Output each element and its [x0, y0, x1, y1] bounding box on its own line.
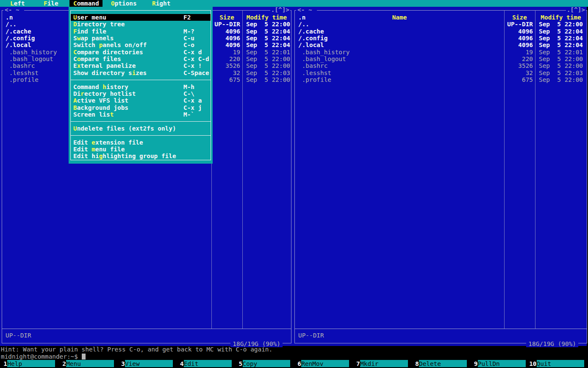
- label-post: ompare directories: [77, 49, 143, 56]
- menu-item-label: Undelete files (ext2fs only): [73, 125, 176, 132]
- shell-prompt-line[interactable]: midnight@commander:~$: [1, 353, 86, 360]
- fkey-button-7[interactable]: 7Mkdir: [353, 360, 412, 368]
- column-header-size[interactable]: Size: [211, 14, 242, 21]
- menubar-item-file[interactable]: File: [44, 0, 58, 7]
- menu-item-directory-tree[interactable]: Directory tree: [71, 21, 211, 28]
- label-post: ternal panelize: [80, 62, 136, 69]
- file-row[interactable]: /.local4096Sep 5 22:04: [295, 42, 587, 48]
- menu-item-undelete-files-ext2fs-only-[interactable]: Undelete files (ext2fs only): [71, 125, 211, 132]
- menu-item-shortcut: C-x C-d: [183, 56, 209, 62]
- menu-item-shortcut: C-x j: [183, 104, 202, 111]
- menu-item-edit-highlighting-group-file[interactable]: Edit highlighting group file: [71, 153, 211, 159]
- menu-item-find-file[interactable]: Find fileM-?: [71, 28, 211, 35]
- fkey-button-3[interactable]: 3View: [118, 360, 177, 368]
- file-row[interactable]: /.config4096Sep 5 22:04: [295, 35, 587, 42]
- column-header-mtime[interactable]: Modify time: [242, 14, 291, 21]
- menu-item-directory-hotlist[interactable]: Directory hotlistC-\: [71, 90, 211, 97]
- hotkey-letter: B: [73, 104, 77, 111]
- label-post: enu file: [95, 146, 125, 153]
- fkey-button-8[interactable]: 8Delete: [412, 360, 471, 368]
- file-row[interactable]: .bashrc3526Sep 5 22:00: [295, 62, 587, 69]
- menu-item-shortcut: C-x d: [183, 49, 202, 56]
- fkey-number: 10: [529, 360, 536, 368]
- hotkey-letter: O: [111, 0, 115, 7]
- menu-item-compare-files[interactable]: Compare filesC-x C-d: [71, 56, 211, 62]
- menu-item-switch-panels-on-off[interactable]: Switch panels on/offC-o: [71, 42, 211, 48]
- label-post: mpare files: [80, 56, 121, 62]
- menu-item-shortcut: C-x a: [183, 97, 202, 104]
- label-post: ile: [47, 0, 58, 7]
- file-mtime: Sep 5 22:04: [246, 42, 290, 48]
- file-size: 4096: [504, 42, 533, 48]
- file-row[interactable]: .profile675Sep 5 22:00: [295, 76, 587, 83]
- menu-item-swap-panels[interactable]: Swap panelsC-u: [71, 35, 211, 42]
- menu-item-label: Background jobs: [73, 104, 128, 111]
- file-name: .bash_history: [6, 49, 57, 56]
- label-post: ser menu: [77, 14, 106, 21]
- file-mtime: Sep 5 22:03: [539, 70, 583, 76]
- label-post: zes: [136, 70, 147, 76]
- file-row[interactable]: .bash_logout220Sep 5 22:00: [295, 56, 587, 62]
- shell-prompt[interactable]: midnight@commander:~$: [1, 353, 78, 360]
- menu-bar: LeftFileCommandOptionsRight: [0, 0, 588, 7]
- hotkey-letter: e: [92, 139, 95, 146]
- fkey-button-5[interactable]: 5Copy: [235, 360, 294, 368]
- menu-item-active-vfs-list[interactable]: Active VFS listC-x a: [71, 97, 211, 104]
- column-header-mtime[interactable]: Modify time: [535, 14, 587, 21]
- file-mtime: Sep 5 22:04: [539, 42, 583, 48]
- file-name: .profile: [6, 76, 39, 83]
- file-row[interactable]: /.cache4096Sep 5 22:04: [295, 28, 587, 35]
- fkey-button-6[interactable]: 6RenMov: [294, 360, 353, 368]
- menu-item-user-menu[interactable]: User menuF2: [71, 14, 211, 21]
- menu-item-background-jobs[interactable]: Background jobsC-x j: [71, 104, 211, 111]
- column-header-size[interactable]: Size: [504, 14, 535, 21]
- fkey-button-10[interactable]: 10Quit: [529, 360, 588, 368]
- panel-path-bar[interactable]: <- ~: [3, 6, 24, 13]
- file-row[interactable]: .bash_history19Sep 5 22:01: [295, 49, 587, 56]
- menu-item-command-history[interactable]: Command historyM-h: [71, 84, 211, 90]
- file-row[interactable]: /..UP--DIRSep 5 22:00: [295, 21, 587, 28]
- file-mtime: Sep 5 22:04: [246, 28, 290, 35]
- menu-item-show-directory-sizes[interactable]: Show directory sizesC-Space: [71, 70, 211, 76]
- hotkey-letter: U: [73, 14, 77, 21]
- label-post: ackground jobs: [77, 104, 128, 111]
- fkey-button-9[interactable]: 9PullDn: [470, 360, 529, 368]
- file-mtime: Sep 5 22:00: [246, 56, 290, 62]
- label-post: ndelete files (ext2fs only): [77, 125, 176, 132]
- panel-top-buttons[interactable]: .[^]>: [566, 6, 586, 13]
- file-name: /..: [6, 21, 17, 28]
- menu-item-compare-directories[interactable]: Compare directoriesC-x d: [71, 49, 211, 56]
- label-post: ptions: [115, 0, 137, 7]
- fkey-label: Delete: [419, 360, 467, 367]
- menu-item-external-panelize[interactable]: External panelizeC-x !: [71, 62, 211, 69]
- label-pre: Switch: [73, 42, 99, 48]
- file-size: 675: [504, 76, 533, 83]
- terminal-cursor: [82, 354, 86, 360]
- file-name: .profile: [298, 76, 331, 83]
- mini-status-separator: [295, 329, 587, 329]
- mini-status-separator: [2, 329, 291, 329]
- menubar-item-command[interactable]: Command: [73, 0, 99, 7]
- fkey-button-2[interactable]: 2Menu: [59, 360, 118, 368]
- menu-item-edit-menu-file[interactable]: Edit menu file: [71, 146, 211, 153]
- menubar-item-right[interactable]: Right: [152, 0, 170, 7]
- label-pre: Screen lis: [73, 111, 110, 118]
- fkey-button-4[interactable]: 4Edit: [176, 360, 235, 368]
- file-mtime: Sep 5 22:04: [246, 35, 290, 42]
- menubar-item-left[interactable]: Left: [10, 0, 25, 7]
- menu-item-edit-extension-file[interactable]: Edit extension file: [71, 139, 211, 146]
- fkey-number: 2: [59, 360, 66, 368]
- panel-top-buttons[interactable]: .[^]>: [270, 6, 290, 13]
- menu-item-label: Active VFS list: [73, 97, 128, 104]
- label-pre: Edit hi: [73, 153, 99, 159]
- menu-item-label: Directory hotlist: [73, 90, 136, 97]
- column-header-name[interactable]: Name: [295, 14, 504, 21]
- file-size: 4096: [211, 42, 240, 48]
- panel-path-bar[interactable]: <- ~: [296, 6, 317, 13]
- file-size: 220: [504, 56, 533, 62]
- menu-item-screen-list[interactable]: Screen listM-`: [71, 111, 211, 118]
- label-post: ap panels: [80, 35, 114, 42]
- menubar-item-options[interactable]: Options: [111, 0, 137, 7]
- fkey-button-1[interactable]: 1Help: [0, 360, 59, 368]
- file-row[interactable]: .lesshst32Sep 5 22:03: [295, 70, 587, 76]
